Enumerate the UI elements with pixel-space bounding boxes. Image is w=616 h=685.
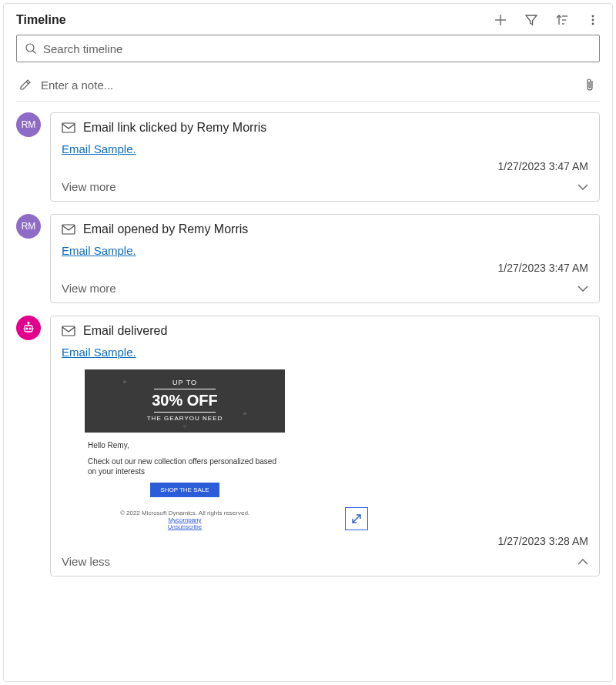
- preview-body-text: Check out our new collection offers pers…: [88, 456, 282, 476]
- svg-point-6: [592, 15, 594, 18]
- filter-icon[interactable]: [524, 13, 538, 27]
- timestamp: 1/27/2023 3:47 AM: [62, 160, 588, 172]
- promo-sub: THE GEARYOU NEED: [91, 415, 279, 422]
- card-title: Email opened by Remy Morris: [83, 222, 248, 236]
- mail-icon: [62, 224, 75, 235]
- svg-line-11: [26, 82, 28, 84]
- preview-copyright: © 2022 Microsoft Dynamics. All rights re…: [85, 510, 285, 516]
- timestamp: 1/27/2023 3:47 AM: [62, 262, 588, 274]
- timeline-header: Timeline: [16, 13, 600, 27]
- timestamp: 1/27/2023 3:28 AM: [62, 535, 588, 547]
- svg-point-18: [29, 328, 31, 329]
- view-less-toggle[interactable]: View less: [62, 555, 110, 568]
- more-icon[interactable]: [586, 13, 600, 27]
- expand-preview-button[interactable]: [345, 507, 368, 530]
- avatar: RM: [16, 214, 41, 239]
- svg-point-9: [26, 44, 34, 52]
- svg-rect-13: [62, 225, 75, 234]
- timeline-card: Email opened by Remy Morris Email Sample…: [50, 214, 600, 303]
- add-icon[interactable]: [494, 13, 507, 27]
- timeline-entry: RM Email opened by Remy Morris Email Sam…: [16, 214, 600, 303]
- search-input[interactable]: Search timeline: [16, 35, 600, 62]
- avatar: RM: [16, 112, 41, 137]
- promo-upto: UP TO: [91, 379, 279, 386]
- svg-line-10: [33, 51, 36, 54]
- chevron-down-icon[interactable]: [578, 184, 588, 190]
- email-link[interactable]: Email Sample.: [62, 244, 136, 257]
- company-link[interactable]: Mycompany: [85, 516, 285, 523]
- avatar-bot: [16, 316, 41, 340]
- view-more-toggle[interactable]: View more: [62, 282, 116, 295]
- promo-percent: 30% OFF: [91, 392, 279, 409]
- card-title: Email link clicked by Remy Morris: [83, 121, 266, 135]
- view-more-toggle[interactable]: View more: [62, 180, 116, 193]
- attachment-icon[interactable]: [584, 78, 595, 92]
- timeline-card: Email delivered Email Sample. UP TO 30% …: [50, 316, 600, 576]
- timeline-card: Email link clicked by Remy Morris Email …: [50, 112, 600, 202]
- note-placeholder: Enter a note...: [41, 79, 575, 92]
- search-placeholder: Search timeline: [43, 42, 122, 55]
- timeline-entry: Email delivered Email Sample. UP TO 30% …: [16, 316, 600, 576]
- email-link[interactable]: Email Sample.: [62, 346, 136, 359]
- header-actions: [494, 13, 600, 27]
- note-input[interactable]: Enter a note...: [16, 75, 600, 102]
- preview-hello: Hello Remy,: [88, 440, 282, 450]
- chevron-down-icon[interactable]: [578, 286, 588, 292]
- timeline-entry: RM Email link clicked by Remy Morris Ema…: [16, 112, 600, 202]
- mail-icon: [62, 122, 75, 133]
- chevron-up-icon[interactable]: [578, 559, 588, 565]
- shop-button[interactable]: SHOP THE SALE: [150, 483, 219, 497]
- pencil-icon: [19, 79, 32, 91]
- email-preview: UP TO 30% OFF THE GEARYOU NEED Hello Rem…: [62, 359, 588, 530]
- timeline-panel: Timeline Search timeline Enter a note...: [3, 3, 613, 682]
- svg-rect-12: [62, 123, 75, 132]
- card-title: Email delivered: [83, 324, 167, 338]
- sort-icon[interactable]: [555, 13, 569, 27]
- promo-banner: UP TO 30% OFF THE GEARYOU NEED: [85, 369, 285, 433]
- search-icon: [25, 42, 37, 55]
- svg-rect-21: [62, 326, 75, 336]
- unsubscribe-link[interactable]: Unsubscribe: [85, 523, 285, 530]
- svg-point-17: [26, 328, 28, 329]
- email-link[interactable]: Email Sample.: [62, 142, 136, 155]
- svg-point-7: [592, 19, 594, 22]
- svg-point-8: [592, 23, 594, 25]
- page-title: Timeline: [16, 13, 66, 27]
- mail-icon: [62, 326, 75, 336]
- svg-point-16: [28, 322, 29, 324]
- svg-line-22: [353, 515, 360, 523]
